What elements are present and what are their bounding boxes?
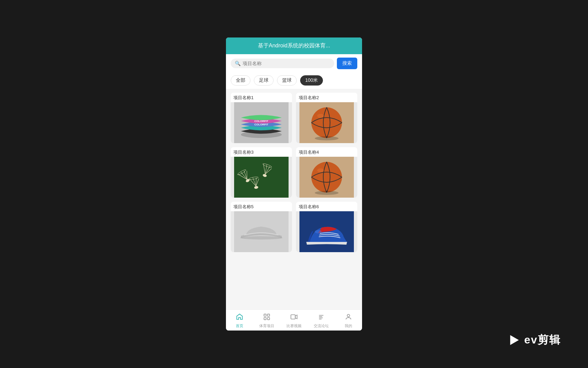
phone-app: 基于Android系统的校园体育... 🔍 搜索 全部 足球 篮球 100米 项… — [226, 37, 362, 331]
tab-soccer[interactable]: 足球 — [254, 75, 274, 86]
item-label-6: 项目名称6 — [296, 202, 357, 211]
svg-rect-37 — [267, 314, 270, 316]
filter-tabs: 全部 足球 篮球 100米 — [226, 73, 362, 89]
svg-text:COLORFIT: COLORFIT — [255, 120, 268, 123]
item-label-3: 项目名称3 — [231, 147, 292, 157]
header-title: 基于Android系统的校园体育... — [258, 42, 330, 49]
svg-point-35 — [315, 230, 322, 233]
nav-label-profile: 我的 — [345, 323, 352, 328]
item-image-5 — [231, 211, 292, 252]
ev-logo-text: ev剪辑 — [524, 333, 561, 348]
search-input-wrap[interactable]: 🔍 — [231, 59, 334, 68]
forum-icon — [317, 313, 325, 323]
items-grid: 项目名称1 — [231, 93, 357, 252]
nav-label-forum: 交流论坛 — [314, 323, 329, 328]
svg-point-33 — [240, 236, 282, 240]
item-label-1: 项目名称1 — [231, 93, 292, 102]
nav-item-video[interactable]: 比赛视频 — [280, 312, 308, 329]
svg-point-31 — [315, 191, 339, 195]
list-item[interactable]: 项目名称3 — [231, 147, 292, 198]
item-image-1: COLORFIT COLORFIT — [231, 102, 292, 143]
list-item[interactable]: 项目名称4 — [296, 147, 357, 198]
list-item[interactable]: 项目名称5 — [231, 202, 292, 252]
nav-label-home: 首页 — [236, 323, 243, 328]
svg-point-29 — [311, 162, 342, 193]
grid-icon — [263, 313, 271, 323]
item-label-5: 项目名称5 — [231, 202, 292, 211]
item-image-6 — [296, 211, 357, 252]
item-image-3 — [231, 157, 292, 198]
app-header: 基于Android系统的校园体育... — [226, 37, 362, 54]
search-input[interactable] — [243, 61, 330, 66]
svg-point-30 — [317, 168, 324, 172]
tab-100m[interactable]: 100米 — [300, 75, 323, 86]
item-label-4: 项目名称4 — [296, 147, 357, 157]
svg-point-45 — [347, 315, 349, 317]
tab-basketball[interactable]: 篮球 — [277, 75, 297, 86]
ev-brand-text: ev剪辑 — [524, 334, 561, 346]
svg-point-7 — [315, 136, 339, 140]
ev-play-icon — [508, 334, 521, 346]
list-item[interactable]: 项目名称2 — [296, 93, 357, 143]
svg-rect-36 — [264, 314, 266, 316]
item-image-4 — [296, 157, 357, 198]
search-icon: 🔍 — [235, 61, 241, 66]
item-label-2: 项目名称2 — [296, 93, 357, 102]
nav-item-forum[interactable]: 交流论坛 — [308, 312, 335, 329]
svg-marker-46 — [510, 335, 519, 345]
list-item[interactable]: 项目名称6 — [296, 202, 357, 252]
svg-rect-40 — [291, 315, 295, 319]
ev-logo: ev剪辑 — [508, 333, 561, 348]
nav-label-video: 比赛视频 — [287, 323, 301, 328]
nav-item-sports[interactable]: 体育项目 — [253, 312, 280, 329]
item-image-2 — [296, 102, 357, 143]
search-bar: 🔍 搜索 — [226, 54, 362, 73]
nav-item-profile[interactable]: 我的 — [335, 312, 362, 329]
nav-item-home[interactable]: 首页 — [226, 312, 253, 329]
search-button[interactable]: 搜索 — [337, 58, 357, 69]
user-icon — [345, 313, 352, 323]
svg-rect-38 — [264, 318, 266, 320]
tab-all[interactable]: 全部 — [231, 75, 250, 86]
video-icon — [290, 313, 298, 323]
content-area: 项目名称1 — [226, 89, 362, 309]
svg-point-6 — [317, 114, 324, 118]
svg-rect-39 — [267, 318, 270, 320]
home-icon — [236, 313, 243, 323]
svg-point-5 — [311, 107, 342, 138]
nav-label-sports: 体育项目 — [259, 323, 274, 328]
list-item[interactable]: 项目名称1 — [231, 93, 292, 143]
svg-text:COLORFIT: COLORFIT — [255, 123, 268, 126]
svg-rect-9 — [234, 157, 289, 198]
bottom-nav: 首页 体育项目 比赛视频 — [226, 309, 362, 331]
